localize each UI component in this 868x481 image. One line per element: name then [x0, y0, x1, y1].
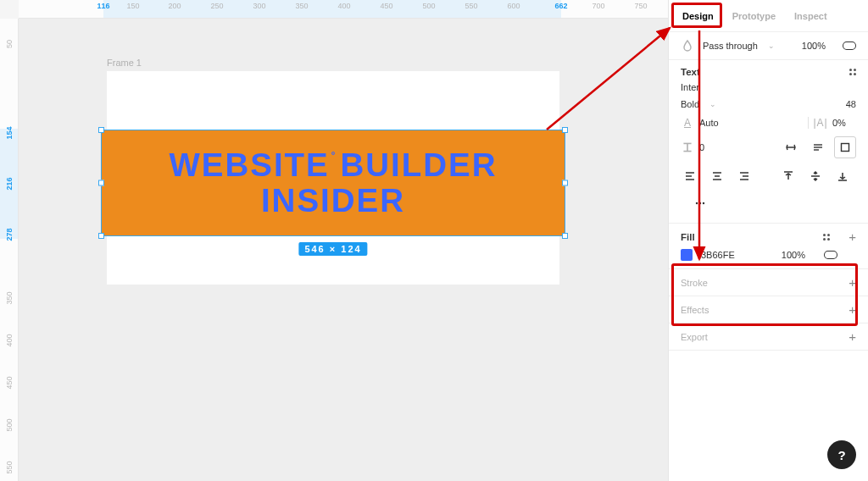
help-icon: ? — [837, 448, 845, 462]
add-fill-button[interactable]: + — [849, 230, 856, 243]
align-bottom-button[interactable] — [832, 165, 854, 187]
text-layer-content: WEBSITE BUILDER INSIDER — [102, 147, 565, 219]
font-size[interactable] — [831, 99, 856, 109]
font-family[interactable]: Inter — [681, 82, 699, 92]
ruler-tick: 400 — [337, 2, 350, 10]
styles-icon[interactable] — [849, 69, 856, 75]
visibility-icon[interactable] — [843, 39, 856, 53]
ruler-tick: 350 — [295, 2, 308, 10]
svg-rect-6 — [842, 144, 849, 152]
add-export-button[interactable]: + — [849, 330, 856, 343]
canvas[interactable]: Frame 1 WEBSITE BUILDER INSIDER 546 × 12… — [19, 19, 668, 481]
resize-handle[interactable] — [98, 233, 104, 239]
fixed-size-button[interactable] — [834, 136, 856, 158]
ruler-top-sel-start: 116 — [97, 2, 109, 10]
ruler-tick: 350 — [5, 291, 14, 304]
text-layer[interactable]: WEBSITE BUILDER INSIDER 546 × 124 — [102, 130, 565, 235]
ruler-tick: 750 — [634, 2, 647, 10]
tab-inspect[interactable]: Inspect — [787, 6, 834, 26]
effects-section[interactable]: Effects + — [669, 296, 868, 323]
fill-hex[interactable]: 3B66FE — [701, 250, 735, 260]
ruler-tick: 250 — [210, 2, 223, 10]
dimensions-badge: 546 × 124 — [298, 242, 367, 256]
chevron-down-icon[interactable]: ⌄ — [768, 41, 775, 50]
resize-handle[interactable] — [98, 180, 104, 186]
resize-handle[interactable] — [98, 127, 104, 133]
svg-point-19 — [696, 202, 698, 204]
ruler-tick-sel: 154 — [5, 126, 14, 139]
letter-spacing-icon: |A| — [814, 116, 827, 130]
ruler-tick: 450 — [5, 376, 14, 389]
blend-icon[interactable] — [681, 39, 694, 53]
ruler-tick: 500 — [422, 2, 435, 10]
tab-prototype[interactable]: Prototype — [726, 6, 782, 26]
font-family-row[interactable]: Inter — [669, 79, 868, 96]
font-weight-size-row: Bold ⌄ — [669, 96, 868, 113]
ruler-tick: 200 — [168, 2, 181, 10]
fill-row: 3B66FE 100% — [669, 245, 868, 269]
auto-width-button[interactable] — [780, 136, 802, 158]
line-letter-row: A |A| — [669, 113, 868, 133]
text-section-header: Text — [669, 60, 868, 79]
letter-spacing[interactable] — [832, 118, 856, 128]
resize-handle[interactable] — [562, 233, 568, 239]
align-top-button[interactable] — [777, 165, 799, 187]
add-effect-button[interactable]: + — [849, 303, 856, 316]
stroke-title: Stroke — [681, 278, 708, 288]
ruler-tick: 700 — [592, 2, 604, 10]
fill-swatch[interactable] — [681, 249, 693, 261]
stroke-section[interactable]: Stroke + — [669, 269, 868, 296]
fill-opacity[interactable]: 100% — [782, 250, 805, 260]
svg-point-20 — [699, 202, 701, 204]
blend-mode[interactable]: Pass through — [703, 41, 758, 51]
ruler-left[interactable]: 50 154 216 278 350 400 450 500 550 — [0, 19, 19, 481]
fill-title: Fill — [681, 232, 695, 242]
paragraph-spacing-icon — [681, 141, 694, 154]
ruler-tick: 550 — [465, 2, 477, 10]
frame[interactable]: WEBSITE BUILDER INSIDER 546 × 124 — [107, 71, 559, 285]
more-type-options-button[interactable] — [689, 192, 711, 214]
visibility-icon[interactable] — [824, 248, 837, 262]
right-panel: Design Prototype Inspect Pass through ⌄ … — [668, 0, 868, 481]
paragraph-row — [669, 133, 868, 162]
ruler-tick: 50 — [5, 40, 14, 48]
ruler-top[interactable]: 116 150 200 250 300 350 400 450 500 550 … — [19, 0, 668, 19]
blend-row: Pass through ⌄ 100% — [669, 32, 868, 60]
paragraph-spacing[interactable] — [699, 142, 723, 152]
auto-height-button[interactable] — [807, 136, 829, 158]
fill-section-header: Fill + — [669, 224, 868, 245]
ruler-tick: 400 — [5, 334, 14, 346]
export-section[interactable]: Export + — [669, 323, 868, 351]
tab-design[interactable]: Design — [676, 6, 721, 26]
text-title: Text — [681, 67, 700, 77]
help-button[interactable]: ? — [827, 440, 856, 469]
effects-title: Effects — [681, 305, 709, 315]
align-right-button[interactable] — [733, 165, 755, 187]
svg-point-21 — [703, 202, 704, 204]
resize-handle[interactable] — [562, 180, 568, 186]
ruler-tick: 300 — [253, 2, 265, 10]
layer-opacity[interactable]: 100% — [802, 41, 826, 51]
panel-tabs: Design Prototype Inspect — [669, 0, 868, 32]
font-weight[interactable]: Bold — [681, 99, 699, 109]
chevron-down-icon[interactable]: ⌄ — [709, 100, 716, 108]
align-middle-button[interactable] — [804, 165, 826, 187]
add-stroke-button[interactable]: + — [849, 276, 856, 289]
align-center-button[interactable] — [706, 165, 728, 187]
ruler-tick-sel: 278 — [5, 228, 14, 240]
ruler-tick: 550 — [5, 461, 14, 473]
export-title: Export — [681, 332, 708, 342]
text-align-toolbar — [669, 162, 868, 224]
ruler-tick-sel: 216 — [5, 177, 14, 190]
line-height[interactable] — [699, 118, 737, 128]
ruler-top-sel-end: 662 — [554, 2, 567, 10]
align-left-button[interactable] — [679, 165, 701, 187]
styles-icon[interactable] — [823, 234, 830, 240]
ruler-tick: 450 — [380, 2, 392, 10]
separator — [808, 117, 809, 129]
frame-label[interactable]: Frame 1 — [107, 58, 142, 68]
line-height-icon: A — [681, 116, 694, 130]
resize-handle[interactable] — [562, 127, 568, 133]
ruler-tick: 150 — [126, 2, 139, 10]
ruler-tick: 600 — [507, 2, 520, 10]
